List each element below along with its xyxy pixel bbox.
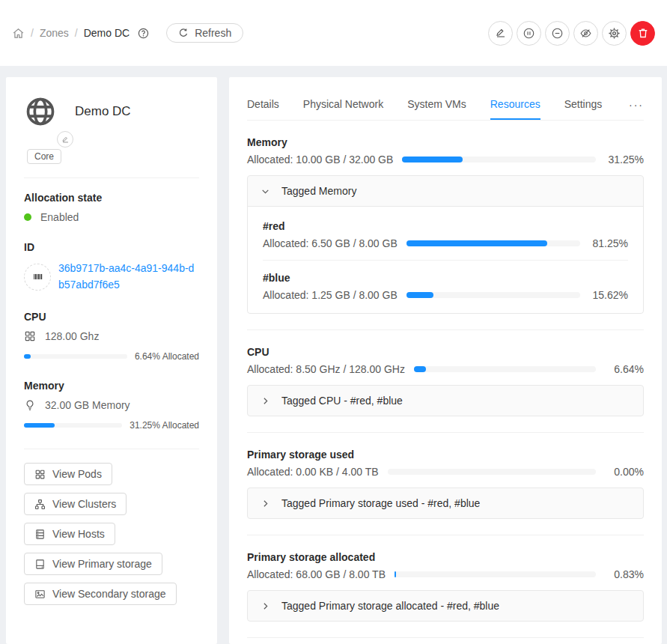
refresh-button[interactable]: Refresh <box>166 23 243 43</box>
zone-info-card: Demo DC Core Allocation state Enabled ID <box>6 77 217 644</box>
tagged-row-blue: #blue Allocated: 1.25 GB / 8.00 GB 15.62… <box>263 272 628 301</box>
barcode-icon <box>31 270 44 283</box>
tagged-storage-used-header[interactable]: Tagged Primary storage used - #red, #blu… <box>248 488 643 518</box>
allocated-text: Allocated: 68.00 GB / 8.00 TB <box>247 568 386 580</box>
action-buttons <box>488 21 655 46</box>
divider <box>247 329 644 330</box>
edit-button[interactable] <box>488 21 513 46</box>
breadcrumb-separator: / <box>75 27 78 39</box>
section-title: Primary storage allocated <box>247 551 644 563</box>
cpu-progressbar <box>414 366 596 372</box>
view-hosts-button[interactable]: View Hosts <box>24 523 115 545</box>
tag-name: #blue <box>263 272 628 284</box>
divider <box>247 432 644 433</box>
section-cpu: CPU Allocated: 8.50 GHz / 128.00 GHz 6.6… <box>247 346 644 416</box>
appstore-icon <box>24 330 36 342</box>
tagged-cpu-panel: Tagged CPU - #red, #blue <box>247 385 644 416</box>
zone-type-tag: Core <box>27 149 61 164</box>
chevron-right-icon <box>261 396 270 406</box>
button-label: View Hosts <box>52 528 105 540</box>
divider <box>24 177 199 178</box>
divider <box>247 637 644 638</box>
panel-title: Tagged CPU - #red, #blue <box>281 395 403 407</box>
panel-title: Tagged Primary storage allocated - #red,… <box>281 600 499 612</box>
percent-label: 81.25% <box>589 237 628 249</box>
memory-label: Memory <box>24 380 199 392</box>
content-area: Demo DC Core Allocation state Enabled ID <box>0 66 667 644</box>
breadcrumb-zones[interactable]: Zones <box>40 27 69 39</box>
breadcrumb-separator: / <box>31 27 34 39</box>
tab-physical-network[interactable]: Physical Network <box>303 89 383 120</box>
pause-button[interactable] <box>517 21 541 46</box>
tagged-storage-used-panel: Tagged Primary storage used - #red, #blu… <box>247 487 644 519</box>
question-circle-icon[interactable] <box>137 27 150 40</box>
pause-circle-icon <box>523 27 535 40</box>
gear-icon <box>608 27 621 40</box>
pencil-icon <box>495 27 507 39</box>
appstore-icon <box>34 469 46 480</box>
status-dot <box>24 213 31 221</box>
button-label: View Primary storage <box>52 558 152 570</box>
zone-title: Demo DC <box>75 104 131 119</box>
tab-bar: Details Physical Network System VMs Reso… <box>247 77 644 121</box>
id-label: ID <box>24 241 199 253</box>
tagged-memory-header[interactable]: Tagged Memory <box>248 176 643 206</box>
tag-red-progressbar <box>406 240 580 246</box>
view-pods-button[interactable]: View Pods <box>24 463 112 485</box>
allocation-state-value: Enabled <box>40 211 79 223</box>
delete-button[interactable] <box>630 21 655 46</box>
hide-button[interactable] <box>573 21 598 46</box>
page-header: / Zones / Demo DC Refresh <box>0 0 667 66</box>
view-clusters-button[interactable]: View Clusters <box>24 493 127 515</box>
allocated-text: Allocated: 0.00 KB / 4.00 TB <box>247 466 379 478</box>
section-title: CPU <box>247 346 644 358</box>
view-primary-storage-button[interactable]: View Primary storage <box>24 553 162 575</box>
reload-icon <box>178 28 189 38</box>
copy-id-button[interactable] <box>24 264 51 291</box>
tagged-row-red: #red Allocated: 6.50 GB / 8.00 GB 81.25% <box>263 220 628 249</box>
tab-system-vms[interactable]: System VMs <box>407 89 466 120</box>
cluster-icon <box>34 499 46 510</box>
percent-label: 0.00% <box>605 466 644 478</box>
breadcrumb-current: Demo DC <box>84 27 130 39</box>
divider <box>247 535 644 535</box>
storage-allocated-progressbar <box>395 571 596 577</box>
tagged-storage-allocated-header[interactable]: Tagged Primary storage allocated - #red,… <box>248 591 643 621</box>
view-secondary-storage-button[interactable]: View Secondary storage <box>24 583 177 605</box>
chevron-down-icon <box>261 186 270 196</box>
settings-button[interactable] <box>602 21 627 46</box>
cpu-progress <box>24 354 127 359</box>
zone-id-link[interactable]: 36b9717b-aa4c-4a91-944b-db57abd7f6e5 <box>58 261 199 293</box>
button-label: View Pods <box>52 468 102 480</box>
zone-detail-card: Details Physical Network System VMs Reso… <box>229 77 662 644</box>
tab-details[interactable]: Details <box>247 89 279 120</box>
tab-resources[interactable]: Resources <box>490 89 540 120</box>
breadcrumb: / Zones / Demo DC Refresh <box>12 23 243 43</box>
cpu-label: CPU <box>24 311 199 323</box>
pencil-icon <box>61 136 70 144</box>
tagged-cpu-header[interactable]: Tagged CPU - #red, #blue <box>248 386 643 416</box>
home-icon[interactable] <box>12 27 25 40</box>
memory-percent-label: 31.25% Allocated <box>130 420 199 431</box>
button-label: View Clusters <box>52 498 116 510</box>
tab-settings[interactable]: Settings <box>564 89 603 120</box>
section-primary-storage-used: Primary storage used Allocated: 0.00 KB … <box>247 449 644 519</box>
cpu-field: CPU 128.00 Ghz 6.64% Allocated <box>24 311 199 362</box>
memory-progress <box>24 423 122 428</box>
percent-label: 15.62% <box>589 289 628 301</box>
memory-field: Memory 32.00 GB Memory 31.25% Allocated <box>24 380 199 431</box>
divider <box>24 449 199 449</box>
disable-button[interactable] <box>545 21 570 46</box>
percent-label: 31.25% <box>605 154 644 165</box>
tag-blue-progressbar <box>406 292 580 298</box>
database-icon <box>34 529 46 540</box>
tagged-storage-allocated-panel: Tagged Primary storage allocated - #red,… <box>247 590 644 622</box>
divider <box>263 260 628 261</box>
edit-name-button[interactable] <box>57 131 73 148</box>
allocation-state-field: Allocation state Enabled <box>24 192 199 223</box>
more-tabs-button[interactable]: ··· <box>629 99 644 111</box>
allocated-text: Allocated: 6.50 GB / 8.00 GB <box>263 237 398 249</box>
picture-icon <box>34 589 46 600</box>
storage-used-progressbar <box>388 469 596 475</box>
panel-title: Tagged Memory <box>281 185 356 197</box>
